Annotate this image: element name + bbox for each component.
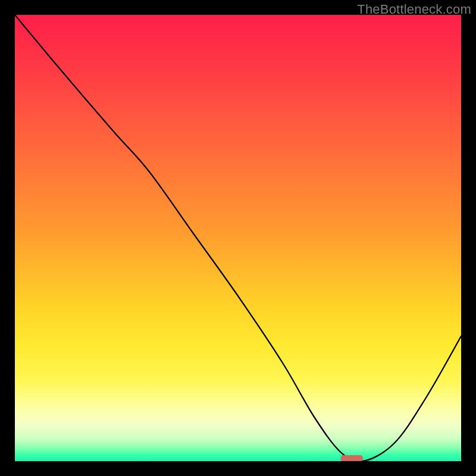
chart-container: TheBottleneck.com (0, 0, 476, 476)
optimal-point-marker (341, 455, 364, 461)
chart-svg (15, 15, 461, 461)
plot-area (15, 15, 461, 461)
bottleneck-curve (15, 15, 461, 461)
